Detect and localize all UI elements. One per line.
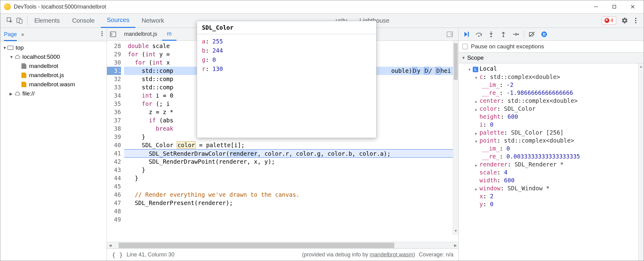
svg-point-12: [101, 35, 103, 36]
scope-header[interactable]: ▼Scope: [459, 52, 644, 63]
var-x[interactable]: x: 2: [459, 192, 638, 200]
tree-file-scheme[interactable]: ▶file://: [0, 89, 107, 98]
more-icon[interactable]: [631, 16, 640, 25]
file-tree: ▼top ▼localhost:5000 mandelbrot mandelbr…: [0, 41, 107, 261]
svg-point-11: [101, 33, 103, 34]
minimize-button[interactable]: [587, 1, 605, 13]
nav-panel-icon[interactable]: [109, 31, 117, 38]
svg-point-22: [541, 32, 547, 37]
pause-exceptions-icon[interactable]: [539, 29, 550, 39]
editor-statusbar: { } Line 41, Column 30 (provided via deb…: [107, 248, 458, 261]
pause-on-caught-row[interactable]: Pause on caught exceptions: [459, 41, 644, 52]
svg-rect-14: [110, 32, 116, 37]
svg-point-17: [478, 35, 479, 36]
tree-file-mandelbrot-wasm[interactable]: mandelbrot.wasm: [0, 80, 107, 89]
inspect-icon[interactable]: [6, 17, 14, 24]
var-c[interactable]: ▼c: std::complex<double>: [459, 73, 638, 81]
coverage-text: Coverage: n/a: [419, 252, 453, 258]
var-window[interactable]: ▶window: SDL_Window *: [459, 184, 638, 192]
tree-file-mandelbrot[interactable]: mandelbrot: [0, 62, 107, 71]
scope-body: ▼LLocal ▼c: std::complex<double> __im_: …: [459, 63, 638, 261]
var-width[interactable]: width: 600: [459, 176, 638, 184]
settings-icon[interactable]: [620, 16, 629, 25]
maximize-button[interactable]: [605, 1, 623, 13]
wasm-link[interactable]: mandelbrot.wasm: [370, 252, 413, 258]
var-point[interactable]: ▼point: std::complex<double>: [459, 136, 638, 144]
step-icon[interactable]: [510, 29, 521, 39]
tab-sources[interactable]: Sources: [101, 13, 135, 28]
error-count: 4: [611, 17, 613, 24]
var-y[interactable]: y: 0: [459, 200, 638, 208]
svg-rect-1: [613, 5, 616, 8]
file-tab-mandelbrot-js[interactable]: mandelbrot.js: [119, 28, 162, 41]
navigator-pane: Page » ▼top ▼localhost:5000 mandelbrot m…: [0, 28, 107, 261]
deactivate-breakpoints-icon[interactable]: [526, 29, 537, 39]
pause-label: Pause on caught exceptions: [471, 43, 544, 50]
device-toggle-icon[interactable]: [16, 17, 24, 24]
svg-point-9: [635, 22, 636, 23]
error-icon: [604, 18, 609, 23]
window-title: DevTools - localhost:5000/mandelbrot: [14, 4, 106, 10]
popover-body: a: 255 b: 244 g: 0 r: 130: [197, 34, 376, 138]
run-snippet-icon[interactable]: [446, 31, 453, 38]
svg-rect-16: [468, 32, 469, 37]
tab-console[interactable]: Console: [66, 13, 100, 28]
more-tabs-icon[interactable]: »: [21, 31, 24, 38]
scope-local[interactable]: ▼LLocal: [459, 65, 638, 73]
close-button[interactable]: [623, 1, 642, 13]
debugger-pane: Pause on caught exceptions ▼Scope ▼LLoca…: [459, 28, 644, 261]
svg-rect-13: [8, 46, 13, 50]
line-gutter[interactable]: 282930 31 323334353637383940414243444546…: [107, 41, 124, 242]
svg-rect-15: [447, 32, 453, 37]
var-palette[interactable]: ▶palette: SDL_Color [256]: [459, 129, 638, 136]
var-point-re[interactable]: __re_: 0.0033333333333333335: [459, 152, 638, 160]
step-over-icon[interactable]: [473, 29, 484, 39]
tab-elements[interactable]: Elements: [28, 13, 66, 28]
debugger-toolbar: [459, 28, 644, 41]
var-point-im[interactable]: __im_: 0: [459, 144, 638, 152]
hover-popover: SDL_Color a: 255 b: 244 g: 0 r: 130: [197, 21, 377, 138]
tree-host[interactable]: ▼localhost:5000: [0, 52, 107, 62]
var-i[interactable]: i: 0: [459, 121, 638, 129]
svg-rect-6: [19, 19, 22, 23]
scope-vscroll[interactable]: ▲: [638, 63, 644, 261]
svg-point-10: [101, 31, 103, 32]
devtools-favicon: [4, 3, 11, 10]
cursor-position: Line 41, Column 30: [127, 252, 174, 258]
svg-rect-24: [544, 33, 545, 36]
svg-point-7: [635, 18, 636, 19]
svg-point-18: [491, 35, 492, 37]
page-tab[interactable]: Page: [4, 31, 17, 41]
editor-hscroll[interactable]: ◀▶: [107, 242, 458, 248]
step-out-icon[interactable]: [498, 29, 509, 39]
var-scale[interactable]: scale: 4: [459, 168, 638, 176]
svg-point-20: [517, 33, 519, 35]
titlebar: DevTools - localhost:5000/mandelbrot: [0, 0, 644, 13]
tree-top[interactable]: ▼top: [0, 43, 107, 52]
file-tab-active[interactable]: m: [162, 28, 176, 41]
var-height[interactable]: height: 600: [459, 113, 638, 121]
svg-point-8: [635, 20, 636, 21]
navigator-more-icon[interactable]: [101, 31, 103, 38]
tab-network[interactable]: Network: [135, 13, 170, 28]
tree-file-mandelbrot-js[interactable]: mandelbrot.js: [0, 71, 107, 80]
pause-checkbox[interactable]: [462, 44, 468, 49]
var-c-re[interactable]: __re_: -1.9866666666666666: [459, 89, 638, 97]
editor-vscroll[interactable]: ▲▼: [453, 41, 458, 235]
error-count-badge[interactable]: 4: [602, 17, 616, 24]
debug-info-text: (provided via debug info by mandelbrot.w…: [302, 252, 415, 258]
pretty-print-icon[interactable]: { }: [112, 251, 123, 259]
svg-point-19: [503, 35, 504, 37]
step-into-icon[interactable]: [486, 29, 497, 39]
popover-title: SDL_Color: [197, 21, 376, 34]
var-renderer[interactable]: ▶renderer: SDL_Renderer *: [459, 160, 638, 168]
var-center[interactable]: ▶center: std::complex<double>: [459, 97, 638, 105]
resume-icon[interactable]: [461, 29, 472, 39]
var-color[interactable]: ▶color: SDL_Color: [459, 105, 638, 113]
var-c-im[interactable]: __im_: -2: [459, 81, 638, 89]
svg-rect-23: [543, 33, 544, 36]
